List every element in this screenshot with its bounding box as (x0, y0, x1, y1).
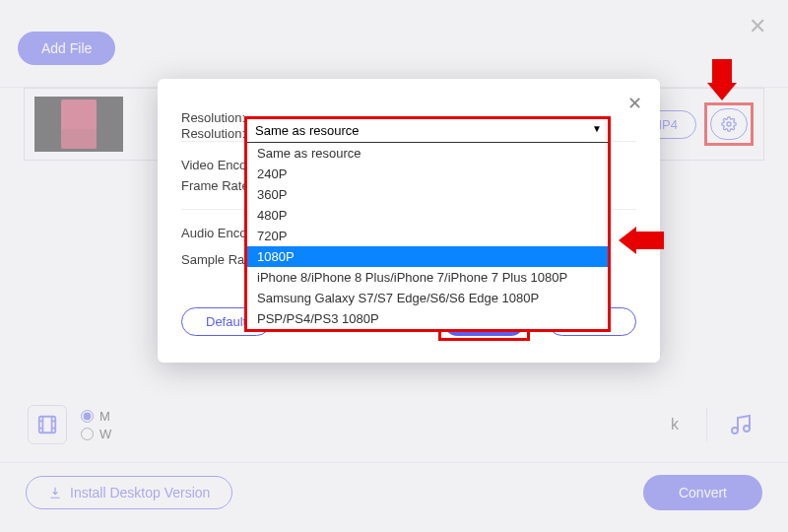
resolution-option[interactable]: 240P (247, 164, 608, 184)
resolution-option[interactable]: iPhone 8/iPhone 8 Plus/iPhone 7/iPhone 7… (247, 267, 608, 288)
resolution-option[interactable]: 1080P (247, 246, 608, 267)
annotation-arrow-down (707, 59, 737, 100)
resolution-option-list: Same as resource240P360P480P720P1080PiPh… (247, 143, 608, 329)
chevron-down-icon: ▼ (592, 123, 602, 134)
resolution-option[interactable]: Samsung Galaxy S7/S7 Edge/S6/S6 Edge 108… (247, 288, 608, 308)
resolution-selected-value: Same as resource (255, 123, 360, 138)
resolution-dropdown: Same as resource ▼ Same as resource240P3… (244, 116, 611, 332)
resolution-option[interactable]: 360P (247, 184, 608, 205)
resolution-option[interactable]: 480P (247, 205, 608, 226)
annotation-box: Same as resource ▼ Same as resource240P3… (244, 116, 611, 332)
resolution-option[interactable]: PSP/PS4/PS3 1080P (247, 308, 608, 329)
annotation-arrow-left (619, 227, 664, 254)
modal-close-icon[interactable]: ✕ (627, 93, 642, 114)
resolution-select[interactable]: Same as resource ▼ (247, 119, 608, 143)
resolution-label-visible: Resolution: (181, 126, 245, 141)
resolution-option[interactable]: 720P (247, 226, 608, 246)
resolution-option[interactable]: Same as resource (247, 143, 608, 164)
